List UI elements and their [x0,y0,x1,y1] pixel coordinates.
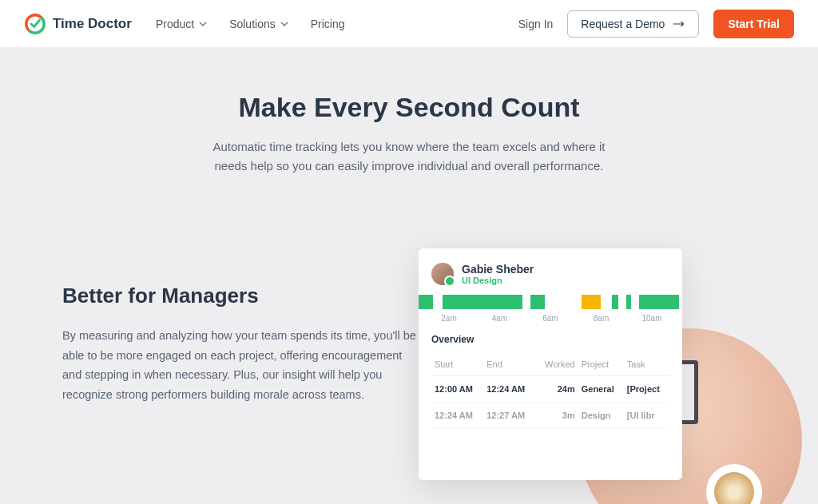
cell-task: [Project [624,376,669,403]
arrow-right-icon [673,20,685,28]
activity-segment [639,295,679,309]
activity-timeline [419,295,682,309]
time-label: 8am [586,314,617,323]
table-row: 12:24 AM 12:27 AM 3m Design [UI libr [431,403,669,429]
overview-heading: Overview [431,334,669,345]
nav-item-solutions[interactable]: Solutions [229,18,288,30]
user-name: Gabie Sheber [462,263,534,276]
cell-start: 12:24 AM [431,403,483,429]
activity-segment [530,295,545,309]
nav-label: Pricing [311,18,345,30]
chevron-down-icon [199,20,207,28]
sign-in-link[interactable]: Sign In [518,18,554,30]
nav-item-pricing[interactable]: Pricing [311,18,345,30]
nav-label: Solutions [229,18,276,30]
col-task: Task [624,353,669,376]
header-actions: Sign In Request a Demo Start Trial [518,10,794,38]
request-demo-button[interactable]: Request a Demo [567,10,699,38]
col-worked: Worked [535,353,578,376]
col-start: Start [431,353,483,376]
cell-end: 12:27 AM [483,403,535,429]
coffee-cup-graphic [706,464,762,504]
cell-project: Design [578,403,624,429]
cell-start: 12:00 AM [431,376,483,403]
nav-item-product[interactable]: Product [156,18,207,30]
time-label: 4am [484,314,516,323]
user-role: UI Design [462,276,534,285]
col-project: Project [578,353,624,376]
time-label: 6am [534,314,566,323]
section-body: By measuring and analyzing how your team… [62,326,422,405]
activity-segment [443,295,522,309]
start-trial-button[interactable]: Start Trial [713,10,794,38]
user-header: Gabie Sheber UI Design [431,263,669,285]
logo-icon [24,13,46,35]
activity-segment [612,295,618,309]
overview-table: Start End Worked Project Task 12:00 AM 1… [431,353,669,429]
section-title: Better for Managers [62,284,422,308]
avatar [431,263,454,285]
main-header: Time Doctor Product Solutions Pricing Si… [0,0,818,48]
logo[interactable]: Time Doctor [24,13,132,35]
cell-end: 12:24 AM [483,376,535,403]
col-end: End [483,353,535,376]
illustration-area: Gabie Sheber UI Design 2am [419,248,754,504]
time-label: 10am [636,314,668,323]
cell-worked: 24m [535,376,578,403]
primary-nav: Product Solutions Pricing [156,18,345,30]
activity-segment [419,295,433,309]
chevron-down-icon [280,20,288,28]
app-preview-card: Gabie Sheber UI Design 2am [419,248,682,480]
table-header-row: Start End Worked Project Task [431,353,669,376]
hero-subtitle: Automatic time tracking lets you know wh… [201,137,617,176]
logo-text: Time Doctor [53,16,132,32]
cell-project: General [578,376,624,403]
latte-art [714,472,754,504]
timeline-labels: 2am 4am 6am 8am 10am [419,314,682,323]
user-meta: Gabie Sheber UI Design [462,263,534,285]
activity-segment [626,295,631,309]
nav-label: Product [156,18,194,30]
cell-task: [UI libr [624,403,669,429]
table-row: 12:00 AM 12:24 AM 24m General [Project [431,376,669,403]
cell-worked: 3m [535,403,578,429]
hero-section: Make Every Second Count Automatic time t… [0,48,818,504]
time-label: 2am [433,314,465,323]
text-column: Better for Managers By measuring and ana… [62,284,422,405]
button-label: Request a Demo [581,18,665,30]
hero-title: Make Every Second Count [0,92,818,123]
activity-segment [582,295,601,309]
